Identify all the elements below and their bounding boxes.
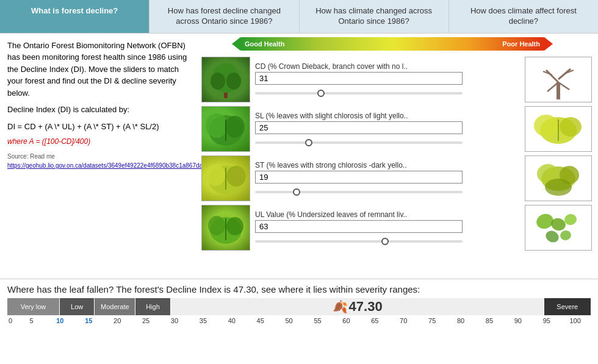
slider-st-right-image <box>525 155 592 201</box>
severity-high: High <box>135 298 170 315</box>
scale-55: 55 <box>303 317 332 324</box>
strong-chlorosis-leaves-icon <box>204 157 247 199</box>
slider-sl-left-image <box>201 106 250 152</box>
left-panel: The Ontario Forest Biomonitoring Network… <box>0 34 195 279</box>
di-value-display: 47.30 <box>349 299 383 315</box>
slider-st-controls: ST (% leaves with strong chlorosis -dark… <box>255 161 520 195</box>
svg-point-28 <box>208 216 225 235</box>
yellow-leaves-icon <box>527 107 591 150</box>
svg-point-2 <box>211 73 225 90</box>
ul-value-display: 63 <box>255 220 463 233</box>
slider-ul-right-image <box>525 205 592 251</box>
cd-slider[interactable] <box>255 92 463 95</box>
svg-point-29 <box>226 217 243 235</box>
decline-title: Where has the leaf fallen? The forest's … <box>7 284 591 294</box>
scale-75: 75 <box>418 317 447 324</box>
svg-point-26 <box>545 179 572 196</box>
slider-ul-left-image <box>201 205 250 251</box>
source-text: Source: Read me https://geohub.lio.gov.o… <box>7 152 188 170</box>
bottom-section: Where has the leaf fallen? The forest's … <box>0 279 598 341</box>
scale-100: 100 <box>561 317 589 324</box>
severity-moderate: Moderate <box>95 298 135 315</box>
health-gradient: Good Health Poor Health <box>240 37 545 51</box>
svg-point-3 <box>226 73 241 90</box>
slider-cd-row: CD (% Crown Dieback, branch cover with n… <box>201 57 592 102</box>
severity-bar: Very low Low Moderate High 🍂 47.30 Sever… <box>7 298 591 315</box>
cd-label: CD (% Crown Dieback, branch cover with n… <box>255 62 463 71</box>
slider-st-left-image <box>201 155 250 201</box>
scale-65: 65 <box>361 317 389 324</box>
ul-label: UL Value (% Undersized leaves of remnant… <box>255 210 463 219</box>
scale-35: 35 <box>189 317 217 324</box>
green-leaves-icon <box>204 107 247 150</box>
description-p2: Decline Index (DI) is calculated by: <box>7 104 188 116</box>
tab-forest-decline-changed[interactable]: How has forest decline changed across On… <box>150 0 299 33</box>
scale-15: 15 <box>74 317 103 324</box>
scale-85: 85 <box>475 317 504 324</box>
description-p1: The Ontario Forest Biomonitoring Network… <box>7 40 188 99</box>
slider-cd-right-image <box>525 57 592 102</box>
slider-ul-controls: UL Value (% Undersized leaves of remnant… <box>255 210 520 244</box>
st-slider[interactable] <box>255 191 463 193</box>
svg-point-20 <box>206 164 225 186</box>
right-panel: Good Health Poor Health CD (% Crown Dieb… <box>195 34 598 279</box>
scale-45: 45 <box>246 317 275 324</box>
leaf-icon: 🍂 <box>333 299 348 314</box>
scale-90: 90 <box>503 317 532 324</box>
scale-60: 60 <box>332 317 361 324</box>
scale-20: 20 <box>103 317 132 324</box>
svg-point-12 <box>206 113 228 138</box>
ul-slider[interactable] <box>255 240 463 243</box>
sl-value-display: 25 <box>255 121 463 134</box>
severity-severe: Severe <box>544 298 591 315</box>
source-link[interactable]: https://geohub.lio.gov.on.ca/datasets/36… <box>7 162 213 169</box>
slider-ul-row: UL Value (% Undersized leaves of remnant… <box>201 205 592 251</box>
good-health-label: Good Health <box>245 40 284 48</box>
slider-cd-controls: CD (% Crown Dieback, branch cover with n… <box>255 62 520 96</box>
health-arrow-left <box>232 37 240 51</box>
formula2: where A = ([100-CD]/400) <box>7 136 188 147</box>
scale-row: 0 5 10 15 20 25 30 35 40 45 50 55 60 65 … <box>7 317 591 324</box>
svg-point-35 <box>559 229 572 241</box>
svg-point-34 <box>544 229 561 244</box>
severity-middle-zone: 🍂 47.30 <box>171 298 544 315</box>
sl-label: SL (% leaves with slight chlorosis of li… <box>255 112 463 120</box>
slider-st-row: ST (% leaves with strong chlorosis -dark… <box>201 155 592 201</box>
severity-chart: Very low Low Moderate High 🍂 47.30 Sever… <box>7 298 591 341</box>
st-value-display: 19 <box>255 171 463 184</box>
svg-rect-4 <box>557 82 560 99</box>
scale-70: 70 <box>389 317 418 324</box>
tab-climate-affect-forest[interactable]: How does climate affect forest decline? <box>449 0 598 33</box>
remnant-leaves-icon <box>527 206 591 249</box>
tab-climate-changed[interactable]: How has climate changed across Ontario s… <box>300 0 449 33</box>
tab-what-is-forest-decline[interactable]: What is forest decline? <box>0 0 150 33</box>
cd-value-display: 31 <box>255 72 463 85</box>
scale-95: 95 <box>532 317 561 324</box>
scale-50: 50 <box>275 317 303 324</box>
st-label: ST (% leaves with strong chlorosis -dark… <box>255 161 463 170</box>
poor-health-label: Poor Health <box>502 40 540 48</box>
svg-line-5 <box>546 70 558 82</box>
scale-40: 40 <box>217 317 246 324</box>
slider-sl-controls: SL (% leaves with slight chlorosis of li… <box>255 112 520 146</box>
small-leaves-icon <box>204 206 247 249</box>
svg-point-17 <box>560 117 582 137</box>
scale-80: 80 <box>447 317 475 324</box>
slider-sl-right-image <box>525 106 592 152</box>
main-content: The Ontario Forest Biomonitoring Network… <box>0 34 598 279</box>
slider-sl-row: SL (% leaves with slight chlorosis of li… <box>201 106 592 152</box>
header-tabs: What is forest decline? How has forest d… <box>0 0 598 34</box>
svg-point-33 <box>563 213 577 226</box>
svg-point-16 <box>534 115 558 137</box>
scale-5: 5 <box>17 317 46 324</box>
slider-cd-left-image <box>201 57 250 102</box>
sl-slider[interactable] <box>255 141 463 144</box>
health-bar: Good Health Poor Health <box>232 37 592 51</box>
svg-line-6 <box>558 69 571 79</box>
severity-very-low: Very low <box>7 298 60 315</box>
dead-tree-icon <box>528 58 589 101</box>
strong-chlorosis-right-icon <box>527 157 591 199</box>
severity-low: Low <box>60 298 95 315</box>
healthy-tree-icon <box>204 60 247 99</box>
svg-point-13 <box>225 116 245 138</box>
